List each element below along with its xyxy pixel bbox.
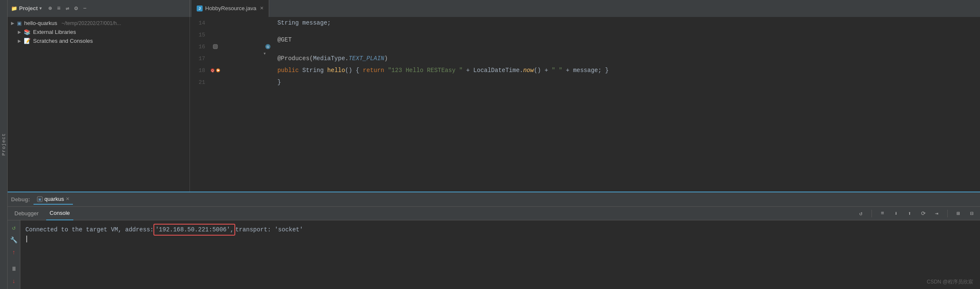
breakpoint-icon	[213, 44, 218, 49]
dropdown-arrow-icon[interactable]: ▾	[39, 6, 42, 11]
sync-icon[interactable]: ⇌	[66, 5, 69, 12]
settings-icon[interactable]: ⚙	[74, 5, 78, 12]
editor-tab-hobbyresource[interactable]: J HobbyResource.java ✕	[192, 0, 269, 17]
scratches-icon: 📝	[24, 38, 31, 44]
down-icon[interactable]: ⬇	[891, 209, 901, 218]
java-file-icon: J	[197, 6, 203, 11]
debug-label: Debug:	[11, 196, 30, 203]
editor-tabs: J HobbyResource.java ✕	[190, 0, 980, 17]
pause-icon[interactable]: ⏸	[9, 265, 19, 273]
session-close-icon[interactable]: ✕	[66, 196, 70, 202]
debug-body: ↺ 🔧 ↑ ⏸ ↓ Connected to the target VM, ad…	[8, 220, 980, 289]
project-panel-title: Project	[19, 5, 38, 11]
tree-item-label: hello-quarkus	[24, 20, 57, 26]
grid-icon2[interactable]: ⊟	[967, 209, 977, 218]
console-output-line: Connected to the target VM, address: '19…	[25, 224, 975, 236]
tree-item-path: ~/temp/202202/27/001/h...	[61, 20, 121, 26]
main-content: 📁 Project ▾ ⊕ ≡ ⇌ ⚙ − J HobbyResource.ja…	[8, 0, 980, 289]
run-icon	[216, 68, 220, 73]
debug-toolbar: Debugger Console ↺ ≡ ⬇ ⬆ ⟳ ⇥ ⊞ ⊟	[8, 207, 980, 220]
code-editor: 14 String message; 15 16	[190, 17, 980, 192]
add-icon[interactable]: ⊕	[48, 5, 52, 12]
tree-item-external-libraries[interactable]: ▶ 📚 External Libraries	[8, 28, 189, 36]
gutter-18: Q	[210, 68, 220, 73]
sidebar-panel-label: Project	[0, 0, 8, 289]
refresh-icon[interactable]: ⟳	[919, 209, 928, 218]
library-icon: 📚	[24, 29, 31, 35]
grid-icon1[interactable]: ⊞	[954, 209, 963, 218]
debugger-tab[interactable]: Debugger	[11, 208, 42, 218]
watermark: CSDN @程序员欣宸	[927, 278, 973, 286]
debug-session-icon: ▣	[37, 196, 43, 202]
debug-console-content: Connected to the target VM, address: '19…	[20, 220, 980, 289]
tree-item-label: Scratches and Consoles	[33, 38, 93, 44]
project-panel-header: 📁 Project ▾ ⊕ ≡ ⇌ ⚙ −	[8, 0, 190, 17]
console-text-before: Connected to the target VM, address:	[25, 225, 153, 235]
resume-icon[interactable]: ↺	[9, 224, 19, 232]
cursor-line	[25, 236, 975, 242]
separator2	[947, 210, 948, 217]
console-tab[interactable]: Console	[46, 207, 73, 220]
top-bar: 📁 Project ▾ ⊕ ≡ ⇌ ⚙ − J HobbyResource.ja…	[8, 0, 980, 17]
debug-header: Debug: ▣ quarkus ✕	[8, 192, 980, 207]
tab-filename: HobbyResource.java	[205, 5, 256, 11]
session-tab-name: quarkus	[45, 196, 64, 202]
expand-arrow-icon: ▶	[18, 30, 21, 34]
debug-session-tab[interactable]: ▣ quarkus ✕	[33, 194, 73, 205]
tab-close-icon[interactable]: ✕	[260, 6, 264, 11]
tree-item-label: External Libraries	[33, 29, 76, 35]
console-tab-label: Console	[50, 210, 70, 216]
scroll-icon[interactable]: ≡	[878, 209, 887, 218]
debug-panel: Debug: ▣ quarkus ✕ Debugger Console ↺	[8, 192, 980, 289]
project-tree: ▶ ▣ hello-quarkus ~/temp/202202/27/001/h…	[8, 17, 190, 192]
restart-icon[interactable]: ↺	[856, 209, 866, 218]
gutter-16	[210, 44, 220, 49]
collapse-icon[interactable]: ≡	[57, 5, 61, 12]
separator	[871, 210, 872, 217]
project-title: 📁 Project ▾	[11, 5, 42, 11]
svg-text:▣: ▣	[38, 197, 42, 201]
step-up-icon[interactable]: ↑	[9, 248, 19, 256]
console-address-highlight: '192.168.50.221:5006',	[153, 224, 235, 236]
code-line-21: 21 }	[190, 76, 980, 88]
wrench-icon[interactable]: 🔧	[9, 236, 19, 244]
step-down-icon[interactable]: ↓	[9, 278, 19, 286]
code-line-14: 14 String message;	[190, 17, 980, 29]
split-area: ▶ ▣ hello-quarkus ~/temp/202202/27/001/h…	[8, 17, 980, 192]
left-action-bar: ↺ 🔧 ↑ ⏸ ↓	[8, 220, 20, 289]
project-toolbar: ⊕ ≡ ⇌ ⚙ −	[48, 5, 86, 12]
module-icon: ▣	[17, 20, 22, 26]
tree-item-hello-quarkus[interactable]: ▶ ▣ hello-quarkus ~/temp/202202/27/001/h…	[8, 19, 189, 28]
expand-arrow-icon: ▶	[11, 21, 14, 25]
up-icon[interactable]: ⬆	[905, 209, 914, 218]
code-editor-area: 14 String message; 15 16	[190, 17, 980, 192]
debugger-tab-label: Debugger	[14, 210, 39, 217]
step-over-icon[interactable]: ⇥	[932, 209, 941, 218]
folder-icon: 📁	[11, 6, 17, 11]
text-cursor	[26, 236, 27, 242]
expand-arrow-icon: ▶	[18, 39, 21, 43]
svg-rect-0	[213, 44, 217, 49]
console-text-after: transport: 'socket'	[235, 225, 303, 235]
minimize-icon[interactable]: −	[83, 5, 86, 12]
quarkus-icon: Q	[210, 68, 215, 73]
svg-text:Q: Q	[212, 69, 214, 72]
tree-item-scratches[interactable]: ▶ 📝 Scratches and Consoles	[8, 36, 189, 45]
